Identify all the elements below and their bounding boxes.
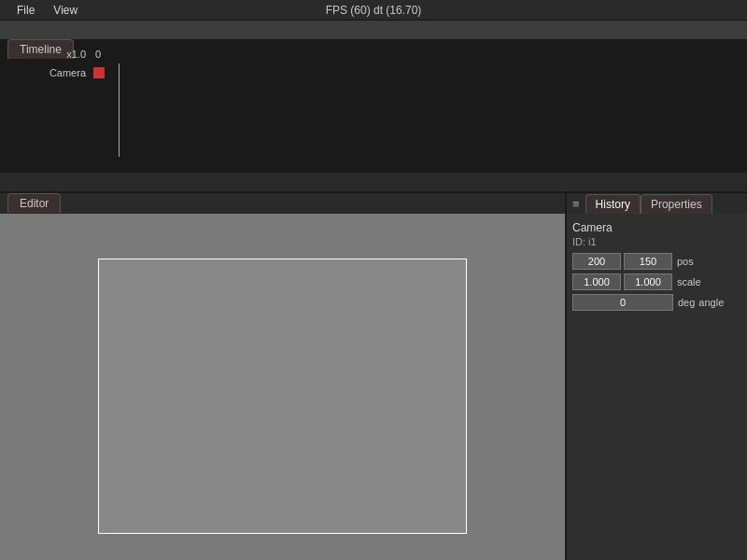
timeline-scale-row: x1.0 0	[7, 45, 740, 63]
pos-y-input[interactable]	[624, 253, 672, 270]
menu-view[interactable]: View	[44, 2, 87, 19]
angle-label: angle	[698, 297, 724, 308]
bottom-area: Editor ≡ History Properties Camera ID: i…	[0, 193, 747, 560]
menu-file[interactable]: File	[7, 2, 44, 19]
scale-x-input[interactable]	[572, 273, 621, 290]
properties-tab[interactable]: Properties	[641, 194, 712, 214]
right-panel: ≡ History Properties Camera ID: i1 pos s…	[567, 193, 747, 560]
timeline-camera-label: Camera	[7, 67, 92, 78]
scale-y-input[interactable]	[624, 273, 672, 290]
scale-row: scale	[572, 273, 741, 290]
timeline-camera-marker	[93, 67, 105, 78]
timeline-scale: x1.0	[7, 49, 92, 60]
pos-label: pos	[677, 256, 694, 267]
editor-content	[0, 214, 565, 560]
timeline-content: x1.0 0 Camera	[0, 39, 747, 173]
camera-id: ID: i1	[572, 236, 741, 247]
right-content: Camera ID: i1 pos scale deg angle	[567, 214, 747, 560]
history-tab[interactable]: History	[585, 194, 641, 214]
angle-unit: deg	[678, 297, 695, 308]
editor-tab-bar: Editor	[0, 193, 565, 214]
timeline-camera-row: Camera	[7, 63, 740, 82]
pos-row: pos	[572, 253, 741, 270]
right-tab-bar: ≡ History Properties	[567, 193, 747, 214]
timeline-cursor-value: 0	[95, 49, 101, 60]
filter-icon[interactable]: ≡	[567, 194, 585, 214]
scale-label: scale	[677, 276, 701, 287]
editor-tab[interactable]: Editor	[7, 193, 61, 213]
timeline-labels: x1.0 0 Camera	[7, 43, 740, 84]
timeline-cursor-line	[119, 63, 120, 157]
editor-canvas	[98, 259, 467, 534]
menu-bar: FPS (60) dt (16.70) File View	[0, 0, 747, 21]
pos-x-input[interactable]	[572, 253, 621, 270]
timeline-panel: Timeline x1.0 0 Camera	[0, 39, 747, 193]
fps-display: FPS (60) dt (16.70)	[326, 4, 422, 17]
angle-input[interactable]	[572, 294, 673, 311]
angle-row: deg angle	[572, 294, 741, 311]
camera-name: Camera	[572, 221, 741, 234]
editor-panel: Editor	[0, 193, 567, 560]
